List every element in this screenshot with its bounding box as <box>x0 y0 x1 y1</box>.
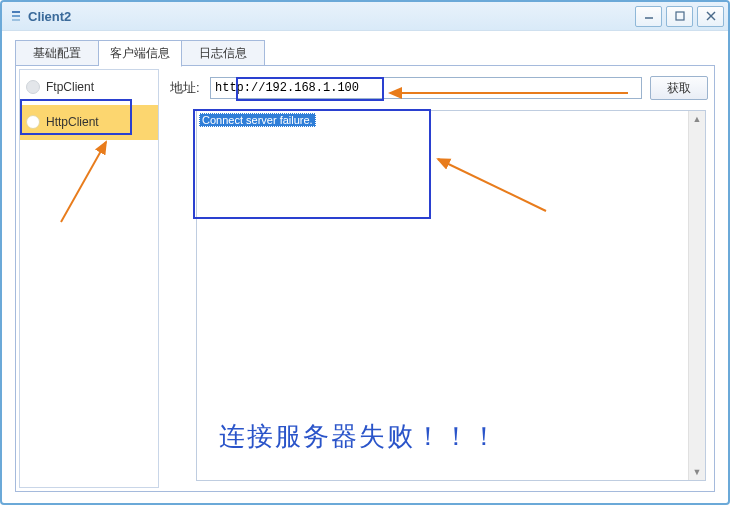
app-icon <box>8 8 24 24</box>
minimize-button[interactable] <box>635 6 662 27</box>
window-title: Client2 <box>28 9 71 24</box>
sidebar-item-label: HttpClient <box>46 115 99 129</box>
output-selected-line: Connect server failure. <box>199 113 316 127</box>
status-dot-icon <box>26 80 40 94</box>
scroll-up-icon[interactable]: ▲ <box>689 111 705 127</box>
title-bar[interactable]: Client2 <box>2 2 728 31</box>
svg-rect-1 <box>676 12 684 20</box>
sidebar-item-httpclient[interactable]: HttpClient <box>20 105 158 140</box>
maximize-button[interactable] <box>666 6 693 27</box>
sidebar-item-label: FtpClient <box>46 80 94 94</box>
output-textarea[interactable]: Connect server failure. ▲ ▼ 连接服务器失败！！！ <box>196 110 706 481</box>
fetch-button[interactable]: 获取 <box>650 76 708 100</box>
failure-message-cn: 连接服务器失败！！！ <box>219 419 499 454</box>
address-label: 地址: <box>170 79 202 97</box>
scroll-down-icon[interactable]: ▼ <box>689 464 705 480</box>
tab-log-info[interactable]: 日志信息 <box>182 40 265 66</box>
app-window: Client2 基础配置 客户端信息 日志信息 FtpClient <box>0 0 730 505</box>
vertical-scrollbar[interactable]: ▲ ▼ <box>688 111 705 480</box>
tab-bar: 基础配置 客户端信息 日志信息 <box>15 40 715 66</box>
tab-content: FtpClient HttpClient 地址: 获取 Connect serv… <box>15 65 715 492</box>
client-sidebar: FtpClient HttpClient <box>19 69 159 488</box>
tab-client-info[interactable]: 客户端信息 <box>99 40 182 67</box>
close-button[interactable] <box>697 6 724 27</box>
status-dot-icon <box>26 115 40 129</box>
tab-basic-config[interactable]: 基础配置 <box>15 40 99 66</box>
sidebar-item-ftpclient[interactable]: FtpClient <box>20 70 158 105</box>
address-input[interactable] <box>210 77 642 99</box>
